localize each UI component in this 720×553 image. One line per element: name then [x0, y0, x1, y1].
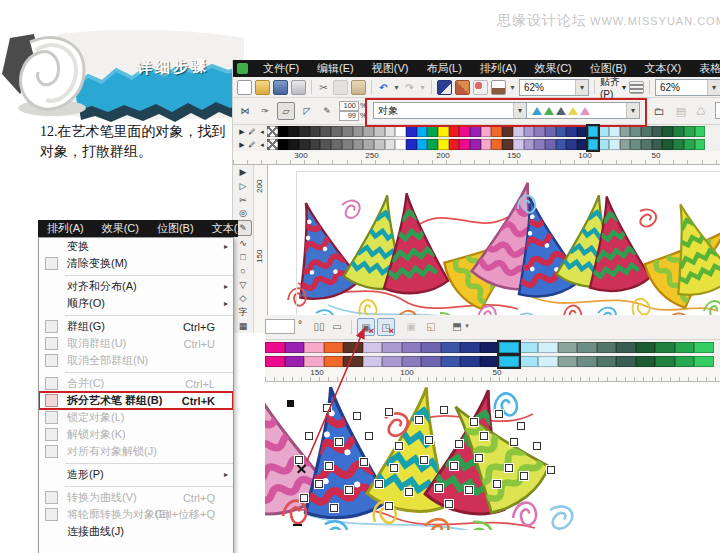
- color-swatch[interactable]: [652, 139, 663, 150]
- color-swatch[interactable]: [417, 139, 428, 150]
- object-node-handle[interactable]: [465, 486, 473, 494]
- color-swatch[interactable]: [310, 139, 321, 150]
- rectangle-tool[interactable]: □: [235, 250, 251, 264]
- color-swatch[interactable]: [609, 139, 620, 150]
- undo-icon[interactable]: ↶: [377, 81, 390, 94]
- color-swatch[interactable]: [363, 356, 383, 367]
- basic-shapes-tool[interactable]: ◇: [235, 291, 251, 305]
- object-node-handle[interactable]: [345, 486, 353, 494]
- color-swatch[interactable]: [320, 126, 331, 137]
- color-swatch[interactable]: [491, 126, 502, 137]
- palette-flyout-icon[interactable]: ▶: [237, 127, 247, 137]
- object-node-handle[interactable]: [445, 500, 453, 508]
- color-swatch[interactable]: [556, 139, 567, 150]
- color-swatch[interactable]: [630, 126, 641, 137]
- undo-dropdown-arrow[interactable]: ▾: [393, 81, 400, 94]
- more-options-arrow[interactable]: ▾: [463, 318, 471, 334]
- ellipse-tool[interactable]: ○: [235, 264, 251, 278]
- color-swatch[interactable]: [374, 126, 385, 137]
- color-swatch[interactable]: [630, 139, 641, 150]
- preset-mode-icon[interactable]: ⋈: [237, 103, 253, 119]
- color-swatch[interactable]: [481, 139, 492, 150]
- object-node-handle[interactable]: [495, 410, 503, 418]
- rotation-angle-field[interactable]: [265, 319, 295, 334]
- color-swatch[interactable]: [534, 139, 545, 150]
- print-icon[interactable]: [291, 80, 306, 95]
- color-swatch[interactable]: [449, 126, 460, 137]
- color-swatch[interactable]: [441, 356, 461, 367]
- menu-item-群组[interactable]: 群组(G)Ctrl+G: [39, 318, 233, 335]
- import-icon[interactable]: [437, 80, 452, 95]
- palette-scroll-left-icon[interactable]: ◂: [257, 127, 267, 137]
- save-icon[interactable]: [273, 80, 288, 95]
- color-swatch[interactable]: [695, 126, 706, 137]
- object-node-handle[interactable]: [305, 432, 313, 440]
- color-swatch[interactable]: [566, 126, 577, 137]
- mirror-horizontal-icon[interactable]: ▯▯: [311, 318, 327, 334]
- object-node-handle[interactable]: [505, 464, 513, 472]
- color-swatch[interactable]: [538, 356, 558, 367]
- color-swatch[interactable]: [519, 356, 539, 367]
- color-swatch[interactable]: [545, 139, 556, 150]
- color-swatch[interactable]: [288, 139, 299, 150]
- color-swatch[interactable]: [502, 139, 513, 150]
- color-swatch[interactable]: [577, 139, 588, 150]
- no-color-swatch[interactable]: [267, 126, 278, 137]
- color-swatch[interactable]: [406, 139, 417, 150]
- bottom-drawing-canvas[interactable]: [265, 382, 720, 530]
- color-swatch[interactable]: [278, 139, 289, 150]
- shape-tool[interactable]: ▷: [235, 179, 251, 193]
- menu-item-清除变换[interactable]: 清除变换(M): [39, 255, 233, 272]
- object-node-handle[interactable]: [470, 418, 478, 426]
- color-swatch[interactable]: [427, 126, 438, 137]
- color-swatch[interactable]: [363, 139, 374, 150]
- color-swatch[interactable]: [363, 342, 383, 353]
- pressure-mode-icon[interactable]: ✎: [319, 103, 335, 119]
- color-swatch[interactable]: [382, 342, 402, 353]
- text-tool[interactable]: 字: [235, 305, 251, 319]
- object-node-handle[interactable]: [295, 456, 303, 464]
- color-swatch[interactable]: [641, 126, 652, 137]
- arrange-menubar-文本[interactable]: 文本(X): [203, 221, 238, 236]
- object-node-handle[interactable]: [405, 488, 413, 496]
- menu-item-变换[interactable]: 变换▸: [39, 238, 233, 255]
- spray-pattern-arrow[interactable]: ▾: [626, 103, 639, 118]
- color-swatch[interactable]: [342, 139, 353, 150]
- color-swatch[interactable]: [566, 139, 577, 150]
- color-swatch[interactable]: [620, 139, 631, 150]
- object-node-handle[interactable]: [353, 412, 361, 420]
- color-swatch[interactable]: [499, 356, 519, 367]
- zoom-tool[interactable]: ◎: [235, 206, 251, 220]
- menu-item-对齐和分布[interactable]: 对齐和分布(A)▸: [39, 278, 233, 295]
- menu-文本[interactable]: 文本(X): [635, 61, 690, 76]
- cut-icon[interactable]: ✂: [317, 81, 330, 94]
- color-swatch[interactable]: [684, 139, 695, 150]
- snap-to-dropdown[interactable]: 贴齐(P) ▾: [600, 75, 626, 100]
- color-swatch[interactable]: [524, 139, 535, 150]
- color-swatch[interactable]: [655, 342, 675, 353]
- object-node-handle[interactable]: [335, 438, 343, 446]
- color-swatch[interactable]: [502, 126, 513, 137]
- color-swatch[interactable]: [609, 126, 620, 137]
- color-swatch[interactable]: [363, 126, 374, 137]
- menu-item-拆分艺术笔 群组[interactable]: 拆分艺术笔 群组(B)Ctrl+K: [39, 392, 233, 409]
- pick-tool[interactable]: ▶: [235, 165, 251, 179]
- color-swatch[interactable]: [395, 126, 406, 137]
- color-swatch[interactable]: [597, 356, 617, 367]
- color-swatch[interactable]: [519, 342, 539, 353]
- color-swatch[interactable]: [310, 126, 321, 137]
- color-swatch[interactable]: [278, 126, 289, 137]
- color-swatch[interactable]: [588, 139, 599, 150]
- color-swatch[interactable]: [353, 139, 364, 150]
- menu-表格[interactable]: 表格(T): [690, 61, 720, 76]
- object-node-handle[interactable]: [375, 480, 383, 488]
- color-swatch[interactable]: [288, 126, 299, 137]
- color-swatch[interactable]: [524, 126, 535, 137]
- color-swatch[interactable]: [449, 139, 460, 150]
- arrange-menubar-效果[interactable]: 效果(C): [93, 221, 148, 236]
- spray-category-combo[interactable]: 对象 ▾: [373, 102, 527, 119]
- color-swatch[interactable]: [662, 126, 673, 137]
- color-swatch[interactable]: [285, 342, 305, 353]
- options-icon[interactable]: [629, 81, 644, 94]
- color-swatch[interactable]: [331, 126, 342, 137]
